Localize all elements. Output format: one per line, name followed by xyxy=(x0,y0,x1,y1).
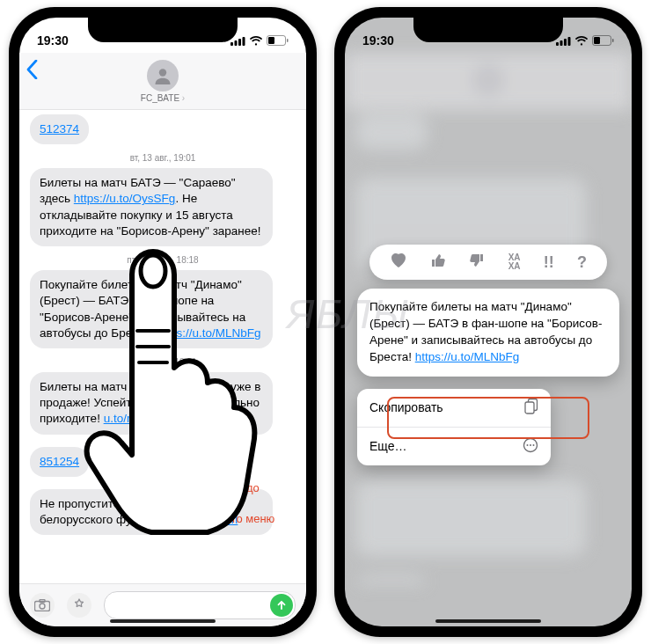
focused-message-bubble[interactable]: Покупайте билеты на матч "Динамо" (Брест… xyxy=(357,289,619,377)
status-time: 19:30 xyxy=(362,33,394,48)
svg-rect-20 xyxy=(594,37,600,44)
status-time: 19:30 xyxy=(37,33,69,48)
svg-rect-1 xyxy=(235,40,238,46)
svg-point-9 xyxy=(40,604,45,609)
phone-left: 19:30 FC_BATE › 512374 вт, 13 авг., 1 xyxy=(9,7,317,637)
menu-item-copy[interactable]: Скопировать xyxy=(357,389,551,427)
back-button[interactable] xyxy=(26,58,38,85)
chat-header: FC_BATE › xyxy=(19,53,306,110)
thumbs-down-icon[interactable] xyxy=(469,252,485,273)
avatar[interactable] xyxy=(147,60,179,91)
compose-field[interactable] xyxy=(104,591,296,619)
send-button[interactable] xyxy=(270,594,293,617)
contact-name[interactable]: FC_BATE › xyxy=(141,93,185,103)
appstore-button[interactable] xyxy=(67,593,91,618)
svg-rect-21 xyxy=(612,39,614,42)
svg-rect-15 xyxy=(556,42,559,46)
question-icon[interactable]: ? xyxy=(577,253,587,272)
phone-right: 19:30 xyxy=(334,7,642,637)
message-bubble[interactable]: Покупайте билеты на матч "Динамо" (Брест… xyxy=(30,270,273,348)
svg-point-27 xyxy=(533,444,535,446)
exclaim-icon[interactable]: !! xyxy=(544,253,554,272)
svg-rect-18 xyxy=(568,37,571,46)
message-bubble[interactable]: Билеты на матч БАТЭ — "Гомель" уже в про… xyxy=(30,372,273,435)
notch xyxy=(413,18,563,42)
context-menu-overlay: ХА ХА !! ? Покупайте билеты на матч "Дин… xyxy=(357,245,619,465)
timestamp: вт, 13 авг., 19:01 xyxy=(30,153,296,163)
wifi-icon xyxy=(249,36,263,46)
svg-rect-0 xyxy=(230,42,233,46)
notch xyxy=(88,18,238,42)
timestamp: сб, 19 окт., 18:01 xyxy=(30,357,296,367)
instruction-text: Нажмите и удерживайте до появления конте… xyxy=(174,465,297,526)
svg-rect-23 xyxy=(525,402,534,413)
svg-point-26 xyxy=(530,444,531,446)
home-indicator[interactable] xyxy=(110,619,216,623)
svg-point-7 xyxy=(159,69,166,76)
svg-rect-3 xyxy=(243,37,245,46)
wifi-icon xyxy=(574,36,589,46)
battery-icon xyxy=(592,35,614,46)
tapback-bar: ХА ХА !! ? xyxy=(369,245,607,280)
thumbs-up-icon[interactable] xyxy=(430,252,446,273)
context-menu: Скопировать Еще… xyxy=(357,389,551,465)
svg-rect-2 xyxy=(238,39,241,46)
message-bubble[interactable]: 851254 xyxy=(30,447,89,477)
svg-rect-6 xyxy=(287,39,289,42)
camera-button[interactable] xyxy=(30,593,55,618)
copy-icon xyxy=(524,399,538,417)
message-bubble[interactable]: 512374 xyxy=(30,114,89,144)
message-bubble[interactable]: Билеты на матч БАТЭ — "Сараево" здесь ht… xyxy=(30,168,273,246)
svg-rect-17 xyxy=(564,39,567,46)
svg-rect-5 xyxy=(268,37,274,44)
heart-icon[interactable] xyxy=(390,252,407,273)
haha-icon[interactable]: ХА ХА xyxy=(508,253,521,271)
battery-icon xyxy=(267,35,289,46)
svg-point-25 xyxy=(527,444,529,446)
menu-item-more[interactable]: Еще… xyxy=(357,427,551,465)
home-indicator[interactable] xyxy=(435,619,541,623)
svg-rect-16 xyxy=(560,40,563,46)
timestamp: пт, 20 сент., 18:18 xyxy=(30,255,296,265)
more-icon xyxy=(523,437,538,456)
